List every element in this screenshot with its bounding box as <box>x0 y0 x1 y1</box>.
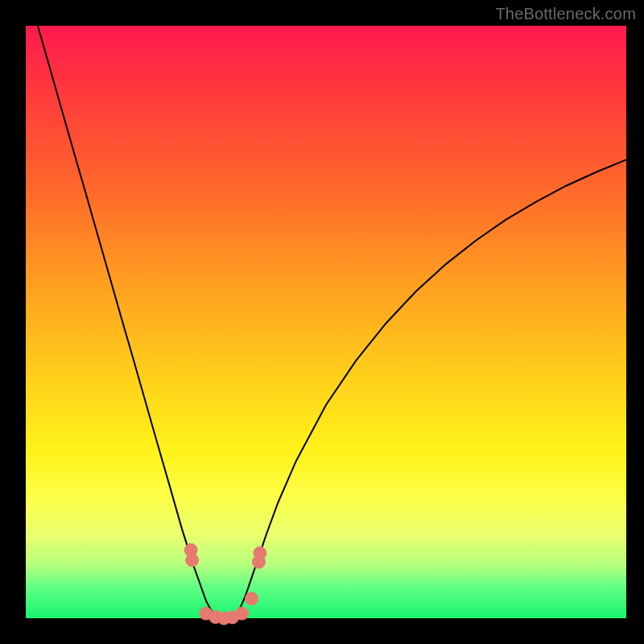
watermark-text: TheBottleneck.com <box>495 5 636 23</box>
chart-frame: TheBottleneck.com <box>0 0 644 644</box>
marker-group <box>184 543 266 625</box>
marker-point <box>236 607 249 620</box>
bottleneck-curve <box>38 26 626 618</box>
marker-point <box>186 554 199 567</box>
chart-svg <box>0 0 644 644</box>
marker-point <box>246 592 258 605</box>
marker-point <box>254 547 266 559</box>
